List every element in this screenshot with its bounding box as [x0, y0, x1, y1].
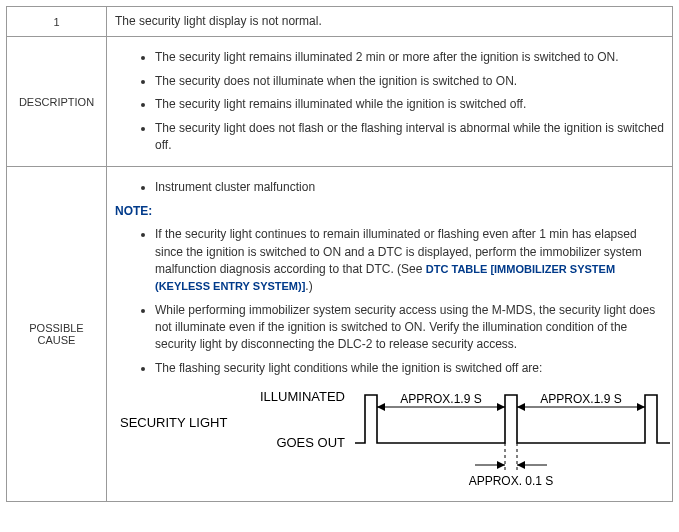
interval-1-label: APPROX.1.9 S — [400, 392, 481, 406]
note-text-pre: The flashing security light conditions w… — [155, 361, 542, 375]
svg-marker-9 — [517, 461, 525, 469]
note-label: NOTE: — [115, 203, 664, 220]
list-item: The security does not illuminate when th… — [155, 73, 664, 90]
cause-first-list: Instrument cluster malfunction — [115, 179, 664, 196]
possible-cause-label: POSSIBLE CAUSE — [7, 167, 107, 502]
svg-marker-4 — [517, 403, 525, 411]
pulse-width-label: APPROX. 0.1 S — [469, 474, 554, 488]
interval-2-label: APPROX.1.9 S — [540, 392, 621, 406]
note-text-post: .) — [305, 279, 312, 293]
description-list: The security light remains illuminated 2… — [115, 49, 664, 154]
list-item: While performing immobilizer system secu… — [155, 302, 664, 354]
row-possible-cause: POSSIBLE CAUSE Instrument cluster malfun… — [7, 167, 673, 502]
row-1-text: The security light display is not normal… — [107, 7, 673, 37]
list-item: The security light remains illuminated w… — [155, 96, 664, 113]
list-item: Instrument cluster malfunction — [155, 179, 664, 196]
note-list: If the security light continues to remai… — [115, 226, 664, 377]
svg-marker-1 — [377, 403, 385, 411]
note-text-pre: While performing immobilizer system secu… — [155, 303, 655, 352]
svg-marker-2 — [497, 403, 505, 411]
timing-svg: ILLUMINATED SECURITY LIGHT GOES OUT APPR… — [115, 385, 675, 495]
row-1: 1 The security light display is not norm… — [7, 7, 673, 37]
interval-2: APPROX.1.9 S — [517, 392, 645, 411]
row-description: DESCRIPTION The security light remains i… — [7, 37, 673, 167]
goes-out-label: GOES OUT — [276, 435, 345, 450]
description-content: The security light remains illuminated 2… — [107, 37, 673, 167]
illuminated-label: ILLUMINATED — [260, 389, 345, 404]
list-item: The security light remains illuminated 2… — [155, 49, 664, 66]
svg-marker-5 — [637, 403, 645, 411]
list-item: The flashing security light conditions w… — [155, 360, 664, 377]
timing-diagram: ILLUMINATED SECURITY LIGHT GOES OUT APPR… — [115, 385, 664, 495]
security-light-label: SECURITY LIGHT — [120, 415, 227, 430]
list-item: If the security light continues to remai… — [155, 226, 664, 296]
troubleshooting-table: 1 The security light display is not norm… — [6, 6, 673, 502]
description-label: DESCRIPTION — [7, 37, 107, 167]
row-1-number: 1 — [7, 7, 107, 37]
possible-cause-content: Instrument cluster malfunction NOTE: If … — [107, 167, 673, 502]
svg-marker-7 — [497, 461, 505, 469]
list-item: The security light does not flash or the… — [155, 120, 664, 155]
interval-1: APPROX.1.9 S — [377, 392, 505, 411]
